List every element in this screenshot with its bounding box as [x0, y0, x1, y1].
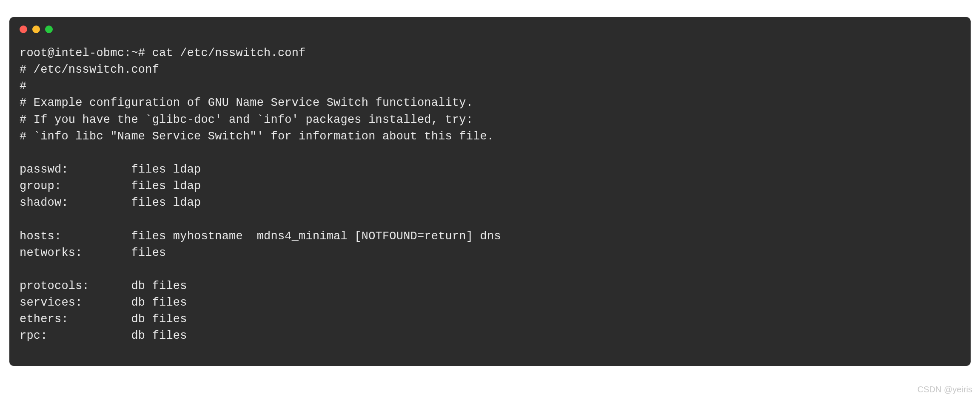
- window-controls: [9, 17, 971, 37]
- output-line: rpc: db files: [20, 329, 187, 342]
- output-line: # Example configuration of GNU Name Serv…: [20, 96, 473, 109]
- minimize-icon[interactable]: [32, 26, 40, 33]
- output-line: shadow: files ldap: [20, 196, 201, 209]
- terminal-body[interactable]: root@intel-obmc:~# cat /etc/nsswitch.con…: [9, 37, 971, 366]
- output-line: services: db files: [20, 296, 187, 309]
- output-line: hosts: files myhostname mdns4_minimal [N…: [20, 230, 501, 243]
- output-line: ethers: db files: [20, 313, 187, 326]
- terminal-window: root@intel-obmc:~# cat /etc/nsswitch.con…: [9, 17, 971, 366]
- output-line: group: files ldap: [20, 180, 201, 193]
- output-line: # `info libc "Name Service Switch"' for …: [20, 130, 494, 143]
- output-line: protocols: db files: [20, 280, 187, 292]
- watermark: CSDN @yeiris: [917, 385, 972, 394]
- output-line: #: [20, 80, 26, 93]
- output-line: passwd: files ldap: [20, 163, 201, 176]
- command: cat /etc/nsswitch.conf: [152, 47, 306, 60]
- maximize-icon[interactable]: [45, 26, 53, 33]
- output-line: # If you have the `glibc-doc' and `info'…: [20, 113, 473, 126]
- close-icon[interactable]: [20, 26, 27, 33]
- output-line: # /etc/nsswitch.conf: [20, 63, 159, 76]
- output-line: networks: files: [20, 247, 166, 259]
- prompt: root@intel-obmc:~#: [20, 47, 152, 60]
